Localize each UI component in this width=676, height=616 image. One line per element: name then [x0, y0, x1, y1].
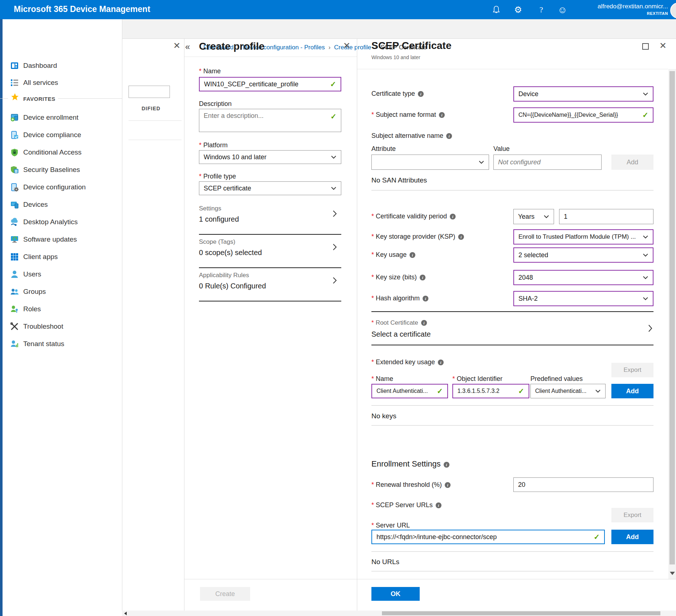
- breadcrumb-create-profile[interactable]: Create profile: [334, 44, 371, 51]
- sidebar-item-roles[interactable]: Roles: [0, 302, 122, 316]
- info-icon[interactable]: i: [450, 214, 456, 219]
- scroll-down-arrow-icon[interactable]: [670, 572, 675, 575]
- name-input[interactable]: [204, 81, 327, 88]
- chevron-down-icon: [595, 389, 601, 393]
- divider: [371, 190, 653, 190]
- scep-blade-subtitle: Windows 10 and later: [371, 54, 420, 60]
- sidebar-item-device-compliance[interactable]: Device compliance: [0, 128, 122, 142]
- create-button[interactable]: Create: [200, 587, 250, 601]
- sidebar-item-groups[interactable]: Groups: [0, 284, 122, 299]
- sidebar-item-tenant-status[interactable]: Tenant status: [0, 337, 122, 351]
- subject-name-format-input[interactable]: [518, 112, 639, 118]
- eku-oid-field[interactable]: ✓: [452, 384, 529, 398]
- close-icon[interactable]: ✕: [659, 41, 667, 50]
- name-field[interactable]: ✓: [199, 77, 341, 91]
- info-icon[interactable]: i: [418, 91, 424, 97]
- san-value-field[interactable]: [493, 155, 602, 170]
- certificate-type-select[interactable]: Device: [513, 86, 653, 102]
- vertical-scrollbar-thumb[interactable]: [669, 71, 675, 564]
- favorites-star-icon: [11, 93, 20, 102]
- key-size-select[interactable]: 2048: [513, 270, 653, 285]
- renewal-threshold-input[interactable]: [518, 481, 649, 489]
- required-asterisk: *: [371, 213, 374, 220]
- sidebar-item-users[interactable]: Users: [0, 267, 122, 282]
- sidebar-item-devices[interactable]: Devices: [0, 197, 122, 212]
- hash-algorithm-select[interactable]: SHA-2: [513, 291, 653, 306]
- close-icon[interactable]: ✕: [343, 41, 350, 50]
- ksp-select[interactable]: Enroll to Trusted Platform Module (TPM) …: [513, 229, 653, 245]
- eku-export-button[interactable]: Export: [611, 363, 653, 377]
- info-icon[interactable]: i: [445, 482, 451, 488]
- divider: [371, 345, 653, 345]
- ok-button[interactable]: OK: [371, 587, 420, 601]
- chevron-down-icon: [643, 297, 648, 300]
- sidebar-item-device-enrollment[interactable]: Device enrollment: [0, 110, 122, 125]
- extended-key-usage-label: *Extended key usagei: [371, 358, 444, 366]
- renewal-threshold-field[interactable]: [513, 477, 653, 492]
- description-field[interactable]: ✓: [199, 109, 341, 132]
- user-email[interactable]: alfredo@rextitan.onmicr...: [598, 3, 668, 10]
- sidebar-item-desktop-analytics[interactable]: Desktop Analytics: [0, 215, 122, 229]
- san-attribute-select[interactable]: [371, 155, 489, 170]
- all-services-icon: [10, 78, 19, 87]
- info-icon[interactable]: i: [439, 112, 445, 118]
- maximize-icon[interactable]: [642, 43, 649, 50]
- divider: [184, 579, 357, 579]
- avatar[interactable]: [670, 3, 676, 19]
- eku-add-button[interactable]: Add: [611, 384, 653, 398]
- sidebar-item-conditional-access[interactable]: Conditional Access: [0, 145, 122, 160]
- platform-select[interactable]: Windows 10 and later: [199, 150, 341, 164]
- info-icon[interactable]: i: [446, 133, 452, 139]
- settings-section-row[interactable]: Settings 1 configured: [199, 205, 341, 234]
- sidebar-item-software-updates[interactable]: Software updates: [0, 232, 122, 247]
- help-icon[interactable]: ?: [536, 5, 547, 15]
- sidebar-item-device-configuration[interactable]: Device configuration: [0, 180, 122, 194]
- info-icon[interactable]: i: [420, 275, 425, 280]
- sidebar-item-troubleshoot[interactable]: Troubleshoot: [0, 319, 122, 334]
- info-icon[interactable]: i: [421, 320, 427, 326]
- applicability-rules-section-row[interactable]: Applicability Rules 0 Rule(s) Configured: [199, 272, 341, 301]
- key-usage-select[interactable]: 2 selected: [513, 247, 653, 263]
- settings-gear-icon[interactable]: ⚙: [513, 5, 524, 15]
- device-configuration-icon: [10, 183, 19, 192]
- subject-name-format-field[interactable]: ✓: [513, 107, 653, 123]
- urls-export-button[interactable]: Export: [611, 508, 653, 522]
- scope-tags-section-row[interactable]: Scope (Tags) 0 scope(s) selected: [199, 238, 341, 267]
- validity-unit-select[interactable]: Years: [513, 209, 554, 224]
- profile-type-select[interactable]: SCEP certificate: [199, 181, 341, 195]
- info-icon[interactable]: i: [436, 502, 441, 508]
- info-icon[interactable]: i: [444, 462, 449, 468]
- feedback-smiley-icon[interactable]: ☺: [557, 5, 568, 15]
- sidebar-item-dashboard[interactable]: Dashboard: [0, 58, 122, 73]
- client-apps-icon: [10, 252, 19, 261]
- close-icon[interactable]: ✕: [173, 41, 180, 50]
- notifications-bell-icon[interactable]: [491, 5, 502, 15]
- eku-name-input[interactable]: [376, 388, 434, 394]
- description-input[interactable]: [204, 112, 327, 127]
- san-value-input[interactable]: [498, 159, 597, 166]
- sidebar-item-client-apps[interactable]: Client apps: [0, 250, 122, 264]
- server-url-input[interactable]: [376, 533, 591, 541]
- sidebar: Dashboard All services FAVORITES Device …: [0, 19, 122, 616]
- horizontal-scrollbar-thumb[interactable]: [382, 611, 660, 615]
- eku-predefined-select[interactable]: Client Authenticati...: [530, 384, 606, 398]
- sidebar-item-all-services[interactable]: All services: [0, 75, 122, 90]
- url-add-button[interactable]: Add: [611, 530, 653, 544]
- profiles-search-input[interactable]: [129, 86, 170, 98]
- san-add-button[interactable]: Add: [611, 155, 653, 170]
- scroll-left-arrow-icon[interactable]: [124, 612, 127, 615]
- server-url-field[interactable]: ✓: [371, 530, 605, 544]
- info-icon[interactable]: i: [410, 252, 415, 258]
- sidebar-item-security-baselines[interactable]: Security Baselines: [0, 163, 122, 177]
- info-icon[interactable]: i: [438, 360, 444, 365]
- server-url-label: *Server URL: [371, 522, 410, 529]
- info-icon[interactable]: i: [423, 296, 428, 301]
- info-icon[interactable]: i: [458, 234, 464, 240]
- eku-name-field[interactable]: ✓: [371, 384, 448, 398]
- sidebar-collapse-icon[interactable]: «: [185, 42, 190, 52]
- validity-value-field[interactable]: [559, 209, 653, 224]
- divider: [199, 234, 341, 235]
- validity-value-input[interactable]: [564, 213, 649, 221]
- eku-oid-input[interactable]: [457, 388, 515, 394]
- root-certificate-section-row[interactable]: *Root Certificatei Select a certificate: [371, 319, 653, 342]
